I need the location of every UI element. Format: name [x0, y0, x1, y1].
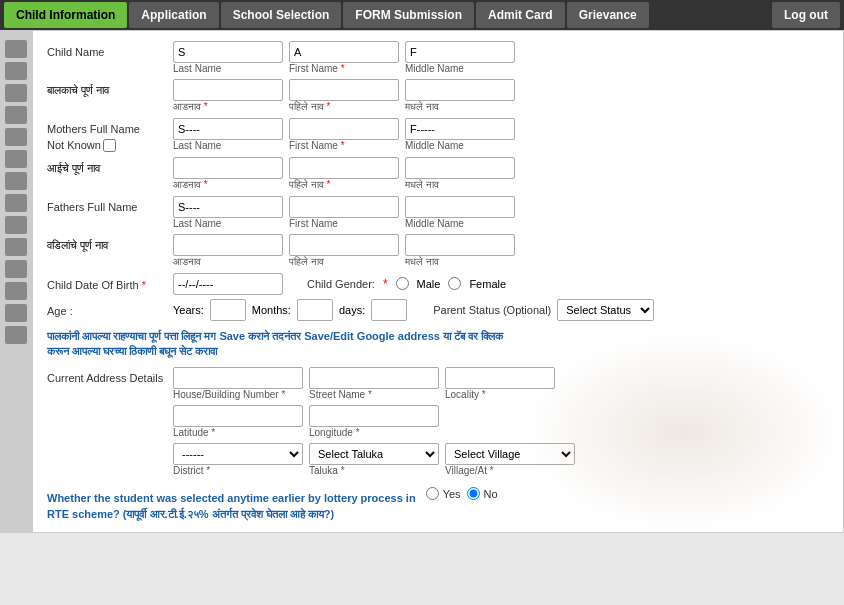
- address-row2: Latitude * Longitude *: [173, 405, 829, 439]
- years-input[interactable]: [210, 299, 246, 321]
- bal-last-name-input[interactable]: [173, 79, 283, 101]
- child-last-name-input[interactable]: [173, 41, 283, 63]
- mothers-middle-label: Middle Name: [405, 140, 515, 151]
- days-input[interactable]: [371, 299, 407, 321]
- fathers-name-label: Fathers Full Name: [47, 196, 167, 214]
- aainche-nav-fields: आडनाव * पहिले नाव * मधले नाव: [173, 157, 515, 192]
- fathers-middle-name-input[interactable]: [405, 196, 515, 218]
- latitude-input[interactable]: [173, 405, 303, 427]
- not-known-checkbox[interactable]: [103, 139, 116, 152]
- aai-middle-name-input[interactable]: [405, 157, 515, 179]
- not-known-label: Not Known: [47, 138, 101, 152]
- years-label: Years:: [173, 304, 204, 316]
- no-radio[interactable]: [467, 487, 480, 500]
- tab-child-information[interactable]: Child Information: [4, 2, 127, 28]
- house-building-input[interactable]: [173, 367, 303, 389]
- balakache-nav-fields: आडनाव * पहिले नाव * मधले नाव: [173, 79, 515, 114]
- bal-aadnav-label: आडनाव *: [173, 101, 283, 113]
- child-gender-label: Child Gender:: [307, 278, 375, 290]
- vadilanche-nav-row: वडिलांचे पूर्ण नाव आडनाव पहिले नाव मधले …: [47, 234, 829, 269]
- aai-last-name-input[interactable]: [173, 157, 283, 179]
- sidebar-btn-11[interactable]: [5, 260, 27, 278]
- street-name-label: Street Name *: [309, 389, 439, 400]
- sidebar-btn-4[interactable]: [5, 106, 27, 124]
- fathers-first-name-input[interactable]: [289, 196, 399, 218]
- months-input[interactable]: [297, 299, 333, 321]
- tab-school-selection[interactable]: School Selection: [221, 2, 342, 28]
- vad-last-name-input[interactable]: [173, 234, 283, 256]
- sidebar-btn-6[interactable]: [5, 150, 27, 168]
- main-content: Child Name Last Name First Name * Middle…: [32, 30, 844, 533]
- bottom-q-line1: Whether the student was selected anytime…: [47, 491, 416, 506]
- aainche-nav-row: आईचे पूर्ण नाव आडनाव * पहिले नाव * मधले …: [47, 157, 829, 192]
- taluka-select[interactable]: Select Taluka: [309, 443, 439, 465]
- yes-radio-label[interactable]: Yes: [426, 487, 461, 500]
- fathers-last-name-input[interactable]: [173, 196, 283, 218]
- sidebar-btn-2[interactable]: [5, 62, 27, 80]
- sidebar-btn-1[interactable]: [5, 40, 27, 58]
- latitude-label: Latitude *: [173, 427, 303, 438]
- address-fields-container: House/Building Number * Street Name * Lo…: [173, 367, 829, 481]
- vad-madhale-nav-label: मधले नाव: [405, 256, 515, 268]
- parent-status-select[interactable]: Select Status Both Parents Single Parent…: [557, 299, 654, 321]
- taluka-label: Taluka *: [309, 465, 439, 476]
- sidebar-btn-9[interactable]: [5, 216, 27, 234]
- yes-radio[interactable]: [426, 487, 439, 500]
- tab-application[interactable]: Application: [129, 2, 218, 28]
- info-text-line1: पालकांनी आपल्या राहण्याचा पूर्ण पत्ता लि…: [47, 329, 829, 344]
- aai-madhale-nav-label: मधले नाव: [405, 179, 515, 191]
- vad-first-name-input[interactable]: [289, 234, 399, 256]
- vad-aadnav-label: आडनाव: [173, 256, 283, 268]
- aai-first-name-input[interactable]: [289, 157, 399, 179]
- no-radio-label[interactable]: No: [467, 487, 498, 500]
- bottom-question-text: Whether the student was selected anytime…: [47, 491, 416, 522]
- tab-form-submission[interactable]: FORM Submission: [343, 2, 474, 28]
- mothers-name-row: Mothers Full Name Not Known Last Name Fi…: [47, 118, 829, 153]
- mothers-last-label: Last Name: [173, 140, 283, 151]
- mothers-middle-name-input[interactable]: [405, 118, 515, 140]
- balakache-nav-row: बालकाचे पूर्ण नाव आडनाव * पहिले नाव * मध…: [47, 79, 829, 114]
- child-name-fields: Last Name First Name * Middle Name: [173, 41, 515, 75]
- sidebar-btn-8[interactable]: [5, 194, 27, 212]
- mothers-first-name-input[interactable]: [289, 118, 399, 140]
- sidebar-btn-3[interactable]: [5, 84, 27, 102]
- sidebar-btn-13[interactable]: [5, 304, 27, 322]
- tab-logout[interactable]: Log out: [772, 2, 840, 28]
- child-middle-name-input[interactable]: [405, 41, 515, 63]
- locality-input[interactable]: [445, 367, 555, 389]
- sidebar-btn-10[interactable]: [5, 238, 27, 256]
- vadilanche-nav-fields: आडनाव पहिले नाव मधले नाव: [173, 234, 515, 269]
- age-row: Age : Years: Months: days: Parent Status…: [47, 299, 829, 321]
- bal-middle-name-input[interactable]: [405, 79, 515, 101]
- locality-label: Locality *: [445, 389, 555, 400]
- address-row1: House/Building Number * Street Name * Lo…: [173, 367, 829, 401]
- tab-admit-card[interactable]: Admit Card: [476, 2, 565, 28]
- fathers-first-label: First Name: [289, 218, 399, 229]
- district-select[interactable]: ------: [173, 443, 303, 465]
- female-radio[interactable]: [448, 277, 461, 290]
- child-name-label: Child Name: [47, 41, 167, 59]
- sidebar-btn-5[interactable]: [5, 128, 27, 146]
- street-name-input[interactable]: [309, 367, 439, 389]
- male-radio-label[interactable]: Male: [396, 277, 441, 290]
- female-radio-label[interactable]: Female: [448, 277, 506, 290]
- sidebar-btn-12[interactable]: [5, 282, 27, 300]
- sidebar-btn-14[interactable]: [5, 326, 27, 344]
- dob-input[interactable]: [173, 273, 283, 295]
- navbar: Child Information Application School Sel…: [0, 0, 844, 30]
- village-select[interactable]: Select Village: [445, 443, 575, 465]
- sidebar-btn-7[interactable]: [5, 172, 27, 190]
- child-first-name-input[interactable]: [289, 41, 399, 63]
- fathers-name-row: Fathers Full Name Last Name First Name M…: [47, 196, 829, 230]
- bal-first-name-input[interactable]: [289, 79, 399, 101]
- aainche-nav-label: आईचे पूर्ण नाव: [47, 157, 167, 175]
- mothers-last-name-input[interactable]: [173, 118, 283, 140]
- longitude-input[interactable]: [309, 405, 439, 427]
- aai-aadnav-label: आडनाव *: [173, 179, 283, 191]
- female-label: Female: [469, 278, 506, 290]
- dob-gender-row: Child Date Of Birth * Child Gender: * Ma…: [47, 273, 829, 295]
- parent-status-label: Parent Status (Optional): [433, 304, 551, 316]
- vad-middle-name-input[interactable]: [405, 234, 515, 256]
- tab-grievance[interactable]: Grievance: [567, 2, 649, 28]
- male-radio[interactable]: [396, 277, 409, 290]
